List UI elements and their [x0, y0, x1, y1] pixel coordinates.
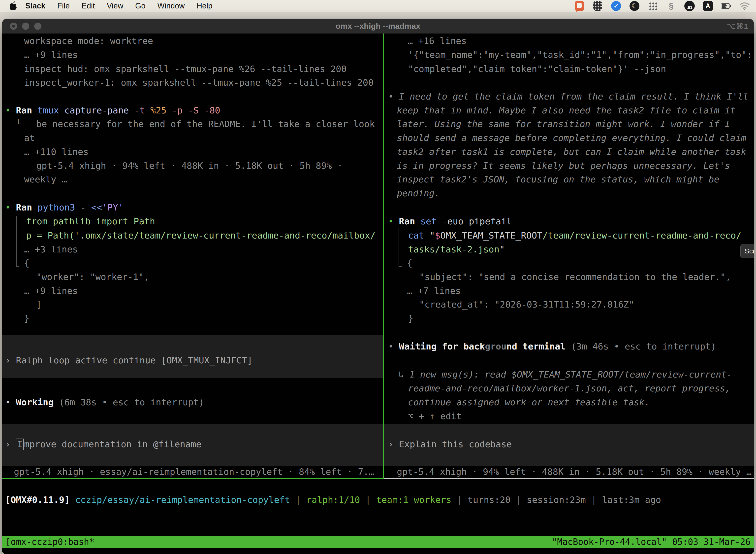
tmux-host-clock-label: "MacBook-Pro-44.local" 05:03 31-Mar-26 [552, 536, 751, 548]
log-line: … +9 lines [24, 48, 78, 62]
output-line: … +9 lines [24, 284, 78, 298]
ran-command-line: • Ran python3 - <<'PY' [5, 201, 124, 214]
prompt-placeholder: › Improve documentation in @filename [5, 437, 201, 451]
output-line: ] [36, 297, 42, 312]
code-line: p = Path('.omx/state/team/review-current… [26, 229, 376, 242]
thinking-line: pending. [397, 186, 440, 200]
thinking-line: is in progress? It seems likely but perh… [397, 159, 730, 173]
code-line: tasks/task-2.json" [408, 242, 505, 257]
wifi-icon[interactable] [739, 1, 750, 11]
session-status-line: gpt-5.4 xhigh · essay/ai-reimplementatio… [14, 465, 374, 478]
session-status-line: gpt-5.4 xhigh · 94% left · 488K in · 5.1… [397, 465, 752, 478]
screenshot-icon[interactable] [574, 1, 585, 11]
log-line: inspect_hud: omx sparkshell --tmux-pane … [24, 62, 346, 76]
dark-mode-icon[interactable]: ☾ [629, 1, 640, 11]
thinking-line: later. Using the same for transition mig… [397, 117, 730, 131]
mailbox-hint-line: readme-and-reco/mailbox/worker-1.json, a… [408, 382, 731, 395]
thinking-line: keep that in mind. Maybe I also need the… [397, 104, 736, 117]
log-line: inspect_worker-1: omx sparkshell --tmux-… [24, 76, 374, 90]
squiggle-icon[interactable]: § [666, 1, 677, 11]
ran-command-line: • Ran tmux capture-pane -t %25 -p -S -80 [5, 104, 220, 117]
menu-item-edit[interactable]: Edit [76, 1, 101, 10]
apple-logo-icon[interactable] [9, 1, 18, 11]
output-connector-line [16, 216, 17, 267]
ralph-status-line: › Ralph loop active continue [OMX_TMUX_I… [5, 353, 252, 367]
privacy-grid-icon[interactable] [592, 1, 603, 11]
pane-divider[interactable] [383, 34, 384, 479]
mailbox-hint-line: continue assigned work or next feasible … [408, 395, 650, 409]
desktop: { "menu_bar": { "apple_icon": "apple-log… [0, 0, 756, 554]
output-line: } [408, 312, 414, 325]
window-shortcut: ⌥⌘1 [727, 19, 749, 34]
output-line: { [24, 256, 29, 270]
output-line: be necessary for the end of the README. … [36, 117, 375, 131]
log-line: "completed","claim_token":"claim-token"}… [408, 62, 666, 76]
window-title-bar[interactable]: omx --xhigh --madmax ⌥⌘1 [2, 19, 754, 34]
thinking-line: should send a message before completing … [397, 131, 746, 145]
input-source-icon[interactable]: A [702, 1, 713, 11]
window-title: omx --xhigh --madmax [2, 21, 754, 31]
right-terminal-pane[interactable]: Scre … +16 lines'{"team_name":"my-team",… [384, 34, 754, 478]
output-line: "worker": "worker-1", [36, 270, 149, 284]
menu-item-file[interactable]: File [51, 1, 76, 10]
output-line: … +3 lines [24, 242, 78, 257]
menu-item-go[interactable]: Go [129, 1, 151, 10]
code-line: from pathlib import Path [26, 214, 155, 228]
left-terminal-pane[interactable]: workspace_mode: worktree… +9 linesinspec… [2, 34, 383, 478]
log-line: … +16 lines [407, 34, 466, 48]
edit-shortcut-hint: ⌥ + ↑ edit [408, 409, 462, 423]
ran-command-line: • Ran set -euo pipefail [388, 214, 512, 228]
menu-item-help[interactable]: Help [191, 1, 218, 10]
connector: └ [16, 117, 21, 131]
log-line: '{"team_name":"my-team","task_id":"1","f… [408, 48, 752, 62]
terminal-window: omx --xhigh --madmax ⌥⌘1 workspace_mode:… [2, 19, 754, 554]
dots-grid-icon[interactable] [647, 1, 658, 11]
battery-61-badge-icon[interactable]: .61 [684, 1, 695, 11]
battery-charging-icon[interactable] [721, 1, 732, 11]
output-line: … +110 lines [24, 145, 88, 159]
waiting-status-line: • Waiting for background terminal (3m 46… [388, 340, 716, 353]
output-line: "subject": "send a concise recommendatio… [419, 270, 731, 284]
code-line: cat "$OMX_TEAM_STATE_ROOT/team/review-cu… [408, 229, 741, 242]
output-line: … +7 lines [407, 284, 461, 298]
verified-badge-icon[interactable]: ✓ [611, 1, 622, 11]
thinking-line: task2 after task1 is complete, but can I… [397, 145, 746, 159]
tmux-status-bar: [omx-cczip0:bash* "MacBook-Pro-44.local"… [2, 536, 754, 548]
mailbox-hint-line: ↳ 1 new msg(s): read $OMX_TEAM_STATE_ROO… [398, 368, 732, 382]
omx-hud-status-line: [OMX#0.11.9] cczip/essay/ai-reimplementa… [5, 493, 661, 507]
menu-bar: Slack File Edit View Go Window Help ✓ ☾ … [0, 0, 756, 12]
thinking-line: inspect task2's JSON, focusing on the st… [397, 172, 719, 186]
menu-item-view[interactable]: View [101, 1, 129, 10]
terminal-content: workspace_mode: worktree… +9 linesinspec… [2, 34, 754, 554]
output-connector-line [398, 228, 399, 267]
log-line: workspace_mode: worktree [24, 34, 153, 48]
output-line: } [24, 312, 29, 325]
omx-hud-pane: [OMX#0.11.9] cczip/essay/ai-reimplementa… [2, 479, 754, 536]
screen-tooltip: Scre [740, 244, 754, 258]
output-line: { [407, 256, 413, 270]
menu-item-window[interactable]: Window [151, 1, 190, 10]
output-line: gpt-5.4 xhigh · 94% left · 488K in · 5.1… [36, 159, 342, 173]
output-line: at [24, 131, 35, 145]
output-line: "created_at": "2026-03-31T11:59:27.816Z" [419, 297, 634, 312]
thinking-line: • I need to get the claim token from the… [388, 90, 748, 104]
working-status-line: • Working (6m 38s • esc to interrupt) [5, 395, 204, 409]
output-line: weekly … [24, 172, 67, 186]
menu-item-slack[interactable]: Slack [19, 1, 51, 10]
tmux-session-label: [omx-cczip0:bash* [5, 536, 94, 548]
prompt-placeholder: › Explain this codebase [388, 437, 512, 451]
